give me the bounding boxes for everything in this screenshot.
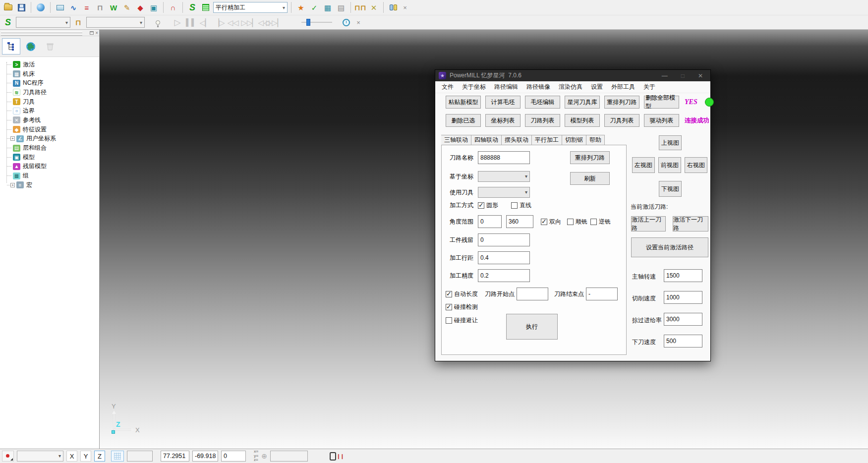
record-button[interactable] (2, 451, 14, 462)
tree-item[interactable]: + 边界 (3, 106, 99, 116)
sim-toolbar-close-icon[interactable]: × (354, 19, 363, 26)
boundary-tool-icon[interactable]: ▣ (148, 1, 160, 13)
cylinders-icon[interactable] (387, 1, 399, 13)
view-top-button[interactable]: 上视图 (659, 135, 682, 150)
coordinate-z-field[interactable]: 0 (221, 451, 246, 462)
checkbox-icon[interactable] (590, 219, 597, 225)
tree-item[interactable]: + 激活 (3, 60, 99, 69)
ruler-icon[interactable]: ▤ (335, 1, 347, 13)
dialog-button[interactable]: 计算毛坯 (485, 96, 521, 109)
based-coord-combobox[interactable]: ▾ (478, 171, 530, 182)
checkbox-icon[interactable] (567, 219, 574, 225)
dialog-button[interactable]: 删除已选 (446, 114, 481, 127)
mode-circle-checkbox[interactable]: 圆形 (478, 201, 498, 210)
toolpath-list-icon[interactable] (200, 1, 212, 13)
tree-item[interactable]: + 模型 (3, 153, 99, 162)
pause-icon[interactable]: ▌▌ (185, 16, 197, 28)
transform-icon[interactable]: ✕ (368, 1, 380, 13)
tree-item[interactable]: + NC程序 (3, 78, 99, 88)
calculator-icon[interactable]: ▦ (322, 1, 334, 13)
drilling-icon[interactable]: ≡ (81, 1, 93, 13)
step-forward-icon[interactable]: ▕▷ (213, 16, 225, 28)
step-back-icon[interactable]: ◁▏ (199, 16, 211, 28)
collision-check-checkbox[interactable]: 碰撞检测 (446, 303, 478, 311)
save-icon[interactable] (15, 1, 27, 13)
tool-pair-icon[interactable]: ⊓⊓ (354, 1, 366, 13)
angle-from-input[interactable]: 0 (478, 215, 502, 228)
rearrange-toolpaths-button[interactable]: 重排列刀路 (570, 151, 610, 164)
tolerance-input[interactable]: 0.2 (478, 269, 530, 282)
slider-handle[interactable] (306, 19, 310, 26)
tree-item[interactable]: + 宏 (3, 180, 99, 190)
fast-forward-icon[interactable]: ▷▷ (241, 16, 253, 28)
strategy-combobox[interactable]: 平行精加工 ▾ (213, 2, 288, 13)
menu-item[interactable]: 文件 (442, 83, 454, 91)
use-tool-combobox[interactable]: ▾ (478, 187, 530, 198)
dialog-button[interactable]: 粘贴新模型 (446, 96, 481, 109)
tree-expand-icon[interactable]: + (10, 136, 15, 141)
collision-avoid-checkbox[interactable]: 碰撞避让 (446, 316, 478, 325)
simulation-speed-slider[interactable] (301, 18, 332, 27)
end-point-input[interactable]: - (586, 288, 618, 300)
tree-item[interactable]: + 刀具路径 (3, 88, 99, 97)
execute-button[interactable]: 执行 (506, 314, 558, 340)
menu-item[interactable]: 路径镜像 (526, 83, 550, 91)
menu-item[interactable]: 渲染仿真 (559, 83, 582, 91)
tree-item[interactable]: + 特征设置 (3, 125, 99, 134)
checkbox-icon[interactable] (446, 317, 452, 324)
tree-item[interactable]: + 参考线 (3, 116, 99, 125)
leads-links-icon[interactable]: W (108, 1, 119, 13)
toolpath-strategy-icon[interactable]: ∿ (67, 1, 79, 13)
coordinate-x-field[interactable]: 77.2951 (161, 451, 189, 462)
cutting-speed-input[interactable]: 1000 (664, 291, 702, 304)
skip-start-icon[interactable]: ▏◁◁ (255, 16, 267, 28)
activate-prev-toolpath-button[interactable]: 激活上一刀路 (631, 216, 666, 232)
view-front-button[interactable]: 前视图 (658, 157, 681, 173)
skip-end-icon[interactable]: ▷▷▏ (269, 16, 281, 28)
set-active-path-button[interactable]: 设置当前激活路径 (631, 237, 708, 257)
view-bottom-button[interactable]: 下视图 (659, 181, 682, 197)
spindle-speed-input[interactable]: 1500 (664, 269, 702, 282)
checkbox-icon[interactable] (446, 291, 452, 297)
checkbox-icon[interactable] (511, 202, 518, 209)
lamp-icon[interactable] (152, 16, 164, 28)
axis-x-button[interactable]: X (66, 451, 77, 462)
verify-icon[interactable]: ✓ (308, 1, 320, 13)
tree-item[interactable]: + 层和组合 (3, 143, 99, 153)
menu-item[interactable]: 关于坐标 (462, 83, 486, 91)
refresh-button[interactable]: 刷新 (570, 172, 610, 185)
stock-remain-input[interactable]: 0 (478, 233, 530, 246)
collision-icon[interactable]: ★ (295, 1, 307, 13)
tree-item[interactable]: + 组 (3, 171, 99, 180)
tree-item[interactable]: + 刀具 (3, 97, 99, 107)
dialog-button[interactable]: 毛坯编辑 (525, 96, 560, 109)
toolbar-close-icon[interactable]: × (401, 4, 409, 11)
dialog-tab[interactable]: 三轴联动 (441, 135, 471, 145)
conventional-checkbox[interactable]: 逆铣 (590, 218, 611, 226)
shaded-sphere-icon[interactable] (35, 1, 47, 13)
dialog-button[interactable]: 星河刀具库 (565, 96, 600, 109)
tab-explorer-tree[interactable] (2, 38, 20, 55)
tree-item[interactable]: + 残留模型 (3, 162, 99, 172)
panel-close-icon[interactable]: × (95, 31, 98, 36)
dialog-button[interactable]: 坐标列表 (485, 114, 521, 127)
tree-expand-icon[interactable]: + (10, 183, 15, 187)
sim-tool-combobox[interactable]: ▾ (86, 17, 145, 28)
mode-line-checkbox[interactable]: 直线 (511, 201, 531, 210)
dialog-tab[interactable]: 摆头联动 (502, 135, 532, 145)
tool-icon[interactable]: ⊓ (94, 1, 106, 13)
block-icon[interactable] (54, 1, 66, 13)
grid-toggle-button[interactable] (111, 451, 124, 462)
axis-z-button[interactable]: Z (94, 451, 105, 462)
clock-icon[interactable] (340, 16, 352, 28)
start-point-input[interactable] (517, 288, 548, 300)
sim-toolpath-combobox[interactable]: ▾ (16, 17, 70, 28)
checkbox-icon[interactable] (541, 219, 547, 225)
dialog-button[interactable]: 模型列表 (565, 114, 600, 127)
pattern-edit-icon[interactable]: ✎ (121, 1, 133, 13)
skim-feedrate-input[interactable]: 3000 (664, 313, 702, 326)
play-icon[interactable]: ▷ (172, 16, 183, 28)
tree-item[interactable]: + 用户坐标系 (3, 134, 99, 144)
menu-item[interactable]: 路径编辑 (494, 83, 518, 91)
statusbar-combobox[interactable]: ▾ (17, 451, 63, 462)
